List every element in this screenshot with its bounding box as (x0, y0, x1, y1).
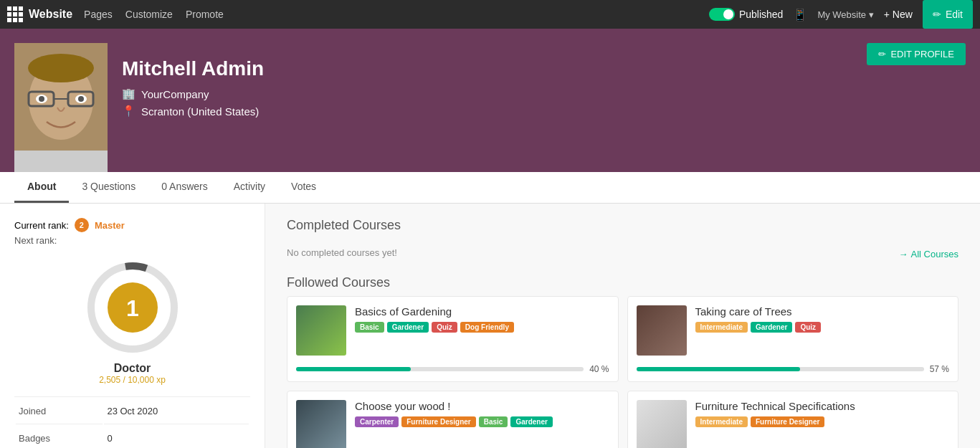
pencil-icon: ✏ (878, 49, 886, 59)
course-name: Taking care of Trees (695, 305, 950, 318)
profile-header: Mitchell Admin 🏢 YourCompany 📍 Scranton … (0, 29, 980, 172)
plus-icon: + (884, 9, 890, 20)
course-tag: Basic (355, 322, 384, 333)
svg-point-8 (39, 96, 44, 102)
customize-link[interactable]: Customize (125, 9, 173, 20)
top-navigation: Website Pages Customize Promote Publishe… (0, 0, 980, 29)
course-tag: Intermediate (695, 416, 748, 427)
course-tag: Dog Friendly (460, 322, 514, 333)
course-name: Furniture Technical Specifications (695, 400, 950, 412)
published-toggle: Published (709, 8, 784, 21)
pages-link[interactable]: Pages (84, 9, 113, 20)
next-rank: Next rank: (14, 235, 250, 246)
course-thumbnail (637, 400, 687, 448)
progress-bar-background (637, 367, 924, 371)
sidebar: Current rank: 2 Master Next rank: (0, 204, 265, 448)
edit-button[interactable]: ✏ Edit (923, 0, 973, 29)
rank-circle-wrapper: 1 Doctor 2,505 / 10,000 xp (14, 257, 250, 385)
course-tags: CarpenterFurniture DesignerBasicGardener (355, 416, 609, 427)
joined-label: Joined (16, 399, 103, 424)
profile-company: 🏢 YourCompany (122, 87, 951, 100)
logo-text: Website (29, 8, 72, 21)
rank-name: Master (95, 220, 125, 231)
promote-link[interactable]: Promote (186, 9, 224, 20)
all-courses-link[interactable]: → All Courses (899, 249, 958, 259)
current-rank: Current rank: 2 Master (14, 218, 250, 232)
course-tag: Gardener (510, 416, 552, 427)
content-area: Completed Courses No completed courses y… (265, 204, 980, 448)
course-tag: Basic (479, 416, 508, 427)
rank-circle-svg: 1 (82, 257, 183, 358)
rank-title: Doctor (114, 362, 151, 375)
location-icon: 📍 (122, 105, 135, 118)
course-tags: IntermediateFurniture Designer (695, 416, 950, 427)
completed-courses-section: Completed Courses No completed courses y… (287, 218, 958, 261)
course-tags: IntermediateGardenerQuiz (695, 322, 950, 333)
publish-switch[interactable] (709, 8, 735, 21)
progress-bar-background (296, 367, 584, 371)
svg-point-9 (78, 96, 84, 102)
course-card[interactable]: Furniture Technical Specifications Inter… (627, 391, 959, 448)
course-tag: Furniture Designer (401, 416, 475, 427)
tab-activity[interactable]: Activity (221, 172, 278, 203)
course-thumbnail (637, 305, 687, 356)
joined-row: Joined 23 Oct 2020 (16, 399, 249, 424)
course-card-inner: Choose your wood ! CarpenterFurniture De… (287, 391, 618, 448)
course-name: Basics of Gardening (355, 305, 609, 318)
badges-label: Badges (16, 426, 103, 448)
profile-info: Mitchell Admin 🏢 YourCompany 📍 Scranton … (108, 43, 966, 122)
course-tag: Intermediate (695, 322, 748, 333)
progress-percentage: 57 % (930, 364, 949, 374)
tab-about[interactable]: About (14, 172, 69, 203)
progress-row: 57 % (628, 364, 958, 381)
course-info: Taking care of Trees IntermediateGardene… (695, 305, 950, 356)
stats-table: Joined 23 Oct 2020 Badges 0 Votes 👍 1 👎 … (14, 396, 250, 448)
edit-profile-button[interactable]: ✏ EDIT PROFILE (867, 43, 966, 65)
arrow-icon: → (899, 249, 908, 259)
rank-xp: 2,505 / 10,000 xp (99, 375, 166, 385)
course-card[interactable]: Choose your wood ! CarpenterFurniture De… (287, 391, 619, 448)
course-tag: Quiz (432, 322, 457, 333)
course-tag: Gardener (387, 322, 429, 333)
course-card[interactable]: Basics of Gardening BasicGardenerQuizDog… (287, 296, 619, 382)
badges-value: 0 (104, 426, 249, 448)
avatar (14, 43, 108, 172)
nav-right: Published 📱 My Website ▾ + New ✏ Edit (709, 0, 973, 29)
course-thumbnail (296, 305, 346, 356)
tab-votes[interactable]: Votes (278, 172, 329, 203)
course-tag: Quiz (795, 322, 821, 333)
svg-point-11 (28, 54, 94, 82)
completed-title: Completed Courses (287, 218, 401, 233)
company-icon: 🏢 (122, 87, 135, 100)
course-info: Choose your wood ! CarpenterFurniture De… (355, 400, 609, 448)
progress-bar-fill (637, 367, 801, 371)
progress-percentage: 40 % (589, 364, 609, 374)
joined-value: 23 Oct 2020 (104, 399, 249, 424)
tab-questions[interactable]: 3 Questions (69, 172, 148, 203)
course-grid: Basics of Gardening BasicGardenerQuizDog… (287, 296, 958, 448)
course-card[interactable]: Taking care of Trees IntermediateGardene… (627, 296, 959, 382)
followed-title: Followed Courses (287, 275, 958, 290)
pencil-icon: ✏ (933, 9, 941, 20)
completed-section-header: Completed Courses (287, 218, 958, 239)
progress-row: 40 % (287, 364, 618, 381)
mobile-preview-icon[interactable]: 📱 (793, 8, 807, 22)
my-website-button[interactable]: My Website ▾ (817, 9, 873, 20)
course-thumbnail (296, 400, 346, 448)
progress-bar-fill (296, 367, 411, 371)
course-card-inner: Furniture Technical Specifications Inter… (628, 391, 958, 448)
current-rank-label: Current rank: (14, 220, 69, 231)
badges-row: Badges 0 (16, 426, 249, 448)
rank-badge: 2 (75, 218, 89, 232)
course-tag: Carpenter (355, 416, 399, 427)
course-card-inner: Taking care of Trees IntermediateGardene… (628, 297, 958, 364)
site-logo[interactable]: Website (7, 6, 72, 22)
tab-answers[interactable]: 0 Answers (148, 172, 221, 203)
new-button[interactable]: + New (884, 9, 913, 20)
svg-rect-10 (14, 151, 108, 172)
course-info: Basics of Gardening BasicGardenerQuizDog… (355, 305, 609, 356)
svg-text:1: 1 (126, 295, 139, 321)
main-layout: Current rank: 2 Master Next rank: (0, 204, 980, 448)
published-label: Published (739, 9, 784, 20)
course-tag: Furniture Designer (751, 416, 824, 427)
